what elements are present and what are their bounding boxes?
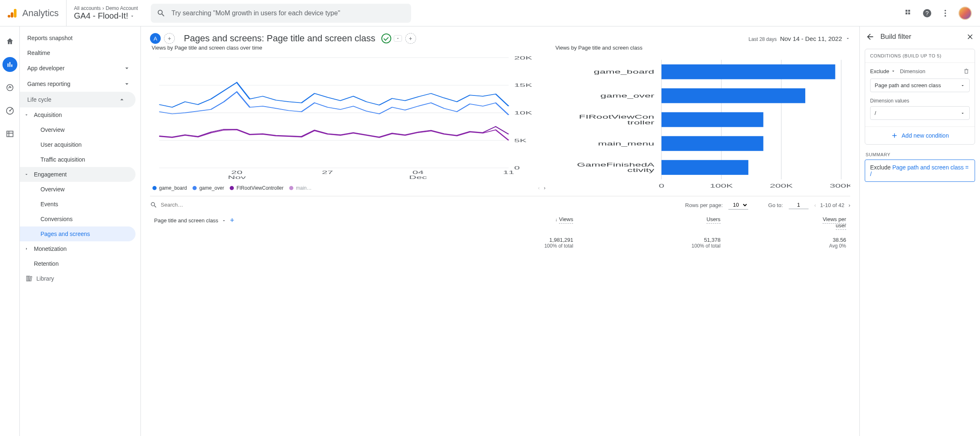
rows-per-page-select[interactable]: 10 — [728, 200, 748, 210]
property-dropdown[interactable]: GA4 - Flood-It! — [74, 11, 146, 21]
rail-reports[interactable] — [2, 57, 17, 72]
add-segment-button[interactable]: + — [164, 33, 175, 44]
svg-text:27: 27 — [322, 170, 333, 175]
nav-acq-user[interactable]: User acquisition — [20, 137, 140, 152]
svg-text:04: 04 — [412, 170, 424, 175]
filter-panel: Build filter CONDITIONS (BUILD UP TO 5) … — [859, 26, 980, 436]
rail-explore[interactable] — [2, 80, 17, 95]
help-icon[interactable]: ? — [922, 8, 932, 18]
dim-header[interactable]: Page title and screen class — [154, 217, 218, 224]
dimension-select[interactable]: Page path and screen class — [870, 79, 970, 92]
dimension-values-select[interactable]: / — [870, 106, 970, 120]
rail-configure[interactable] — [2, 126, 17, 141]
delete-condition-button[interactable] — [963, 68, 970, 74]
svg-text:15K: 15K — [514, 83, 532, 88]
svg-rect-45 — [661, 64, 835, 79]
page-title: Pages and screens: Page title and screen… — [184, 33, 376, 44]
topbar: Analytics All accounts›Demo Account GA4 … — [0, 0, 980, 26]
search-placeholder: Try searching "MoM growth in users for e… — [171, 10, 340, 17]
svg-point-10 — [944, 12, 946, 14]
legend-next[interactable]: › — [544, 185, 545, 191]
data-table: Page title and screen class + ↓ Views Us… — [150, 212, 850, 250]
rail-advertising[interactable] — [2, 103, 17, 118]
add-dimension-button[interactable]: + — [230, 216, 234, 225]
add-comparison-button[interactable]: + — [405, 33, 416, 44]
nav-eng-conversions[interactable]: Conversions — [20, 212, 140, 226]
search-input[interactable]: Try searching "MoM growth in users for e… — [151, 4, 411, 23]
nav-reports-snapshot[interactable]: Reports snapshot — [20, 31, 140, 45]
nav-eng-pages[interactable]: Pages and screens — [20, 226, 136, 241]
svg-rect-47 — [661, 88, 805, 103]
svg-point-13 — [9, 110, 10, 111]
nav-acq-overview[interactable]: Overview — [20, 122, 140, 137]
svg-rect-18 — [29, 276, 30, 281]
chevron-down-icon — [130, 14, 135, 19]
col-vpu[interactable]: Views peruser — [823, 216, 846, 230]
back-button[interactable] — [866, 32, 875, 41]
nav-realtime[interactable]: Realtime — [20, 45, 140, 60]
nav-monetization[interactable]: Monetization — [20, 241, 140, 256]
apps-icon[interactable] — [904, 8, 914, 18]
date-range-picker[interactable]: Last 28 days Nov 14 - Dec 11, 2022 — [749, 35, 850, 42]
close-button[interactable] — [966, 33, 974, 41]
page-prev[interactable]: ‹ — [814, 202, 816, 208]
status-dropdown[interactable] — [394, 35, 402, 42]
chevron-down-icon[interactable] — [221, 218, 226, 223]
nav-retention[interactable]: Retention — [20, 256, 140, 271]
svg-text:100K: 100K — [710, 183, 733, 189]
svg-rect-4 — [908, 10, 910, 12]
svg-text:20: 20 — [231, 170, 243, 175]
page-next[interactable]: › — [849, 202, 850, 208]
plus-icon — [891, 132, 898, 139]
svg-text:main_menu: main_menu — [598, 140, 654, 147]
nav-eng-events[interactable]: Events — [20, 197, 140, 212]
svg-text:troller: troller — [627, 119, 654, 125]
svg-point-12 — [7, 85, 13, 91]
svg-rect-6 — [908, 12, 910, 14]
condition-type-dropdown[interactable]: Exclude — [870, 68, 896, 74]
report-area: A + Pages and screens: Page title and sc… — [141, 26, 859, 436]
legend-prev[interactable]: ‹ — [538, 185, 540, 191]
add-condition-button[interactable]: Add new condition — [865, 126, 975, 144]
breadcrumb: All accounts›Demo Account — [74, 5, 146, 11]
avatar[interactable] — [959, 7, 972, 20]
more-icon[interactable] — [940, 8, 950, 18]
col-users[interactable]: Users — [706, 216, 721, 224]
table-search-input[interactable] — [161, 202, 210, 208]
caret-right-icon — [24, 246, 29, 251]
goto-input[interactable] — [789, 201, 809, 209]
chevron-up-icon — [118, 96, 126, 103]
chevron-down-icon — [123, 64, 131, 72]
svg-text:10K: 10K — [514, 110, 532, 116]
nav-lifecycle[interactable]: Life cycle — [20, 92, 136, 107]
rail-home[interactable] — [2, 34, 17, 49]
caret-down-icon — [24, 112, 29, 117]
sort-desc-icon[interactable]: ↓ — [555, 217, 558, 222]
svg-rect-5 — [906, 12, 908, 14]
table-controls: Rows per page: 10 Go to: ‹ 1-10 of 42 › — [150, 196, 850, 212]
nav-engagement[interactable]: Engagement — [20, 167, 136, 182]
nav-eng-overview[interactable]: Overview — [20, 182, 140, 197]
nav-acquisition[interactable]: Acquisition — [20, 107, 140, 122]
top-icons: ? — [904, 7, 973, 20]
svg-rect-14 — [7, 131, 13, 136]
nav-games-reporting[interactable]: Games reporting — [20, 76, 140, 92]
svg-rect-1 — [11, 12, 13, 17]
svg-text:200K: 200K — [770, 183, 793, 189]
panel-title: Build filter — [880, 33, 911, 41]
chevron-down-icon — [845, 36, 850, 41]
svg-text:Dec: Dec — [409, 175, 427, 180]
search-icon — [157, 9, 166, 18]
nav-app-developer[interactable]: App developer — [20, 60, 140, 76]
col-views[interactable]: Views — [559, 216, 573, 224]
segment-chip[interactable]: A — [150, 33, 161, 44]
status-ok-icon[interactable] — [381, 33, 391, 43]
nav-library[interactable]: Library — [20, 271, 140, 286]
report-header: A + Pages and screens: Page title and sc… — [141, 26, 859, 45]
conditions-card: CONDITIONS (BUILD UP TO 5) Exclude Dimen… — [865, 49, 975, 145]
bar-chart: 0100K200K300Kgame_boardgame_overFIRootVi… — [554, 53, 850, 193]
account-switcher[interactable]: All accounts›Demo Account GA4 - Flood-It… — [71, 5, 146, 21]
svg-rect-3 — [906, 10, 908, 12]
svg-text:game_over: game_over — [600, 93, 654, 99]
nav-acq-traffic[interactable]: Traffic acquisition — [20, 152, 140, 167]
